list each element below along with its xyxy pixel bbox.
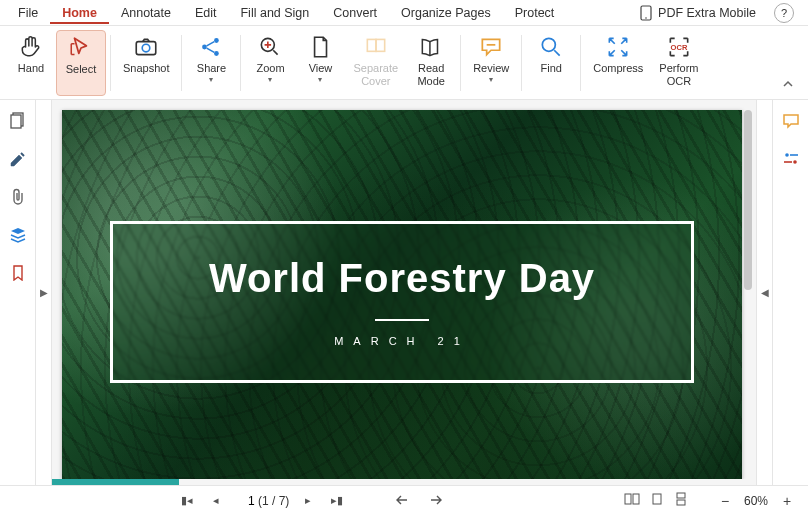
menu-edit[interactable]: Edit <box>183 2 229 24</box>
share-label: Share <box>197 62 226 75</box>
separate-cover-button: SeparateCover <box>345 30 406 96</box>
hand-button[interactable]: Hand <box>6 30 56 96</box>
find-button[interactable]: Find <box>526 30 576 96</box>
prev-page-button[interactable]: ◂ <box>209 492 223 509</box>
divider-line <box>375 319 429 321</box>
mobile-icon <box>640 5 652 21</box>
svg-rect-9 <box>376 39 385 51</box>
chevron-up-icon <box>781 77 795 91</box>
attachments-panel-button[interactable] <box>9 188 27 206</box>
menu-convert[interactable]: Convert <box>321 2 389 24</box>
zoom-label: Zoom <box>256 62 284 75</box>
left-expander[interactable]: ▶ <box>36 100 52 485</box>
menu-home[interactable]: Home <box>50 2 109 24</box>
svg-rect-18 <box>653 494 661 504</box>
ocr-icon: OCR <box>666 34 692 60</box>
compress-label: Compress <box>593 62 643 75</box>
compress-icon <box>605 34 631 60</box>
layers-panel-button[interactable] <box>9 226 27 244</box>
select-icon <box>68 35 94 61</box>
document-viewport[interactable]: World Forestry Day MARCH 21 <box>52 100 756 479</box>
svg-rect-20 <box>677 500 685 505</box>
view-facing-button[interactable] <box>624 492 640 509</box>
svg-rect-16 <box>625 494 631 504</box>
svg-rect-17 <box>633 494 639 504</box>
svg-rect-13 <box>11 115 21 128</box>
select-label: Select <box>66 63 97 76</box>
properties-panel-button[interactable] <box>782 150 800 168</box>
view-button[interactable]: View ▾ <box>295 30 345 96</box>
book-icon <box>418 34 444 60</box>
snapshot-button[interactable]: Snapshot <box>115 30 177 96</box>
svg-point-15 <box>793 160 797 164</box>
pdf-extra-mobile-link[interactable]: PDF Extra Mobile <box>630 5 766 21</box>
ribbon-home: Hand Select Snapshot Share ▾ Zoom ▾ View… <box>0 26 808 100</box>
nav-back-button[interactable] <box>391 492 413 510</box>
svg-point-3 <box>142 44 150 52</box>
first-page-button[interactable]: ▮◂ <box>177 492 197 509</box>
bookmarks-panel-button[interactable] <box>9 264 27 282</box>
view-single-button[interactable] <box>650 492 664 509</box>
read-mode-button[interactable]: ReadMode <box>406 30 456 96</box>
collapse-ribbon-button[interactable] <box>774 77 802 91</box>
review-button[interactable]: Review ▾ <box>465 30 517 96</box>
search-icon <box>538 34 564 60</box>
last-page-button[interactable]: ▸▮ <box>327 492 347 509</box>
status-bar: ▮◂ ◂ (1 / 7) ▸ ▸▮ − 60% + <box>0 485 808 515</box>
zoom-icon <box>257 34 283 60</box>
page-total: (1 / 7) <box>258 494 289 508</box>
separate-label: SeparateCover <box>353 62 398 88</box>
help-button[interactable]: ? <box>774 3 794 23</box>
comments-panel-button[interactable] <box>782 112 800 130</box>
menu-protect[interactable]: Protect <box>503 2 567 24</box>
hand-icon <box>18 34 44 60</box>
share-button[interactable]: Share ▾ <box>186 30 236 96</box>
document-title: World Forestry Day <box>209 256 595 301</box>
document-subtitle: MARCH 21 <box>334 335 470 347</box>
workspace: ▶ World Forestry Day MARCH 21 ◀ <box>0 100 808 485</box>
svg-rect-8 <box>367 39 376 51</box>
svg-point-5 <box>215 38 220 43</box>
comment-icon <box>478 34 504 60</box>
menu-bar: File Home Annotate Edit Fill and Sign Co… <box>0 0 808 26</box>
vertical-scrollbar[interactable] <box>744 110 752 471</box>
ocr-label: PerformOCR <box>659 62 698 88</box>
nav-forward-button[interactable] <box>425 492 447 510</box>
chevron-down-icon: ▾ <box>318 75 322 84</box>
menu-file[interactable]: File <box>6 2 50 24</box>
chevron-down-icon: ▾ <box>209 75 213 84</box>
left-sidebar <box>0 100 36 485</box>
zoom-in-button[interactable]: + <box>778 492 796 510</box>
pages-panel-button[interactable] <box>9 112 27 130</box>
select-button[interactable]: Select <box>56 30 106 96</box>
menu-organize[interactable]: Organize Pages <box>389 2 503 24</box>
hand-label: Hand <box>18 62 44 75</box>
view-continuous-button[interactable] <box>674 492 688 509</box>
svg-point-1 <box>645 17 647 19</box>
view-label: View <box>309 62 333 75</box>
right-sidebar <box>772 100 808 485</box>
page-input[interactable] <box>235 494 255 508</box>
menu-annotate[interactable]: Annotate <box>109 2 183 24</box>
chevron-down-icon: ▾ <box>489 75 493 84</box>
menu-fill-sign[interactable]: Fill and Sign <box>228 2 321 24</box>
right-expander[interactable]: ◀ <box>756 100 772 485</box>
zoom-button[interactable]: Zoom ▾ <box>245 30 295 96</box>
document-page: World Forestry Day MARCH 21 <box>62 110 742 479</box>
zoom-out-button[interactable]: − <box>716 492 734 510</box>
signature-panel-button[interactable] <box>9 150 27 168</box>
page-indicator: (1 / 7) <box>235 494 290 508</box>
svg-rect-19 <box>677 493 685 498</box>
snapshot-label: Snapshot <box>123 62 169 75</box>
svg-point-14 <box>785 153 789 157</box>
ocr-button[interactable]: OCR PerformOCR <box>651 30 706 96</box>
next-page-button[interactable]: ▸ <box>301 492 315 509</box>
horizontal-scrollbar[interactable] <box>52 479 756 485</box>
page-icon <box>307 34 333 60</box>
readmode-label: ReadMode <box>417 62 445 88</box>
compress-button[interactable]: Compress <box>585 30 651 96</box>
find-label: Find <box>541 62 562 75</box>
svg-point-10 <box>543 38 556 51</box>
camera-icon <box>133 34 159 60</box>
svg-text:OCR: OCR <box>670 43 687 52</box>
